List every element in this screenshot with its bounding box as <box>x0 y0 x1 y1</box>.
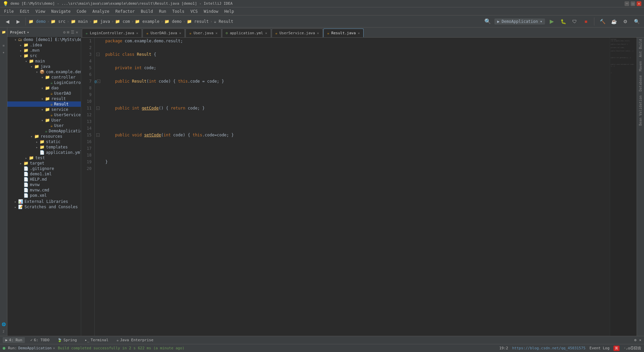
menu-analyze[interactable]: Analyze <box>90 8 112 14</box>
cursor-position[interactable]: 19:2 <box>499 346 508 350</box>
tree-item-mvnw-cmd[interactable]: ▸ 📄 mvnw.cmd <box>7 187 81 193</box>
breadcrumb-demo[interactable]: 📁 demo <box>29 19 46 24</box>
close-button[interactable]: ✕ <box>637 1 641 6</box>
tree-item-java[interactable]: ▾ 📁 java <box>7 64 81 69</box>
tree-item-templates[interactable]: ▸ 📁 templates <box>7 144 81 150</box>
settings-bottom-icon[interactable]: ⚙ <box>634 338 637 342</box>
tree-item-scratches[interactable]: ▸ 📝 Scratches and Consoles <box>7 204 81 210</box>
breadcrumb-java[interactable]: 📁 java <box>93 19 110 24</box>
tree-item-resources[interactable]: ▾ 📁 resources <box>7 134 81 139</box>
tab-userdao-close[interactable]: ✕ <box>179 31 181 35</box>
run-config-selector[interactable]: ▶ DemoApplication ▾ <box>494 18 545 25</box>
tree-item-result-folder[interactable]: ▾ 📁 result <box>7 96 81 101</box>
run-tab[interactable]: ▶ 4: Run <box>3 337 25 343</box>
tab-application-yml[interactable]: ⚙ application.yml ✕ <box>222 29 271 37</box>
settings-panel-icon[interactable]: ⚙ <box>63 30 65 35</box>
tab-result[interactable]: ☕ Result.java ✕ <box>323 29 364 37</box>
tree-item-idea[interactable]: ▸ 📁 .idea <box>7 42 81 48</box>
tab-userdao[interactable]: ☕ UserDAO.java ✕ <box>143 29 185 37</box>
tab-user-close[interactable]: ✕ <box>215 31 217 35</box>
tree-item-main[interactable]: ▾ 📁 main <box>7 58 81 64</box>
tree-item-help-md[interactable]: ▸ 📄 HELP.md <box>7 177 81 182</box>
menu-navigate[interactable]: Navigate <box>49 8 73 14</box>
search-everywhere-button[interactable]: 🔍 <box>483 17 492 26</box>
tree-item-src[interactable]: ▾ 📁 src <box>7 53 81 58</box>
close-bottom-icon[interactable]: ✕ <box>639 338 641 342</box>
menu-window[interactable]: Window <box>201 8 221 14</box>
tree-item-gitignore[interactable]: ▸ 📄 .gitignore <box>7 166 81 171</box>
menu-run[interactable]: Run <box>156 8 169 14</box>
tab-user[interactable]: ☕ User.java ✕ <box>185 29 221 37</box>
spring-tab[interactable]: 🍃 Spring <box>55 337 79 343</box>
tree-item-test[interactable]: ▸ 📁 test <box>7 155 81 161</box>
tree-item-static[interactable]: ▸ 📁 static <box>7 139 81 144</box>
maven-panel-icon[interactable]: Maven <box>639 61 642 71</box>
menu-code[interactable]: Code <box>74 8 89 14</box>
menu-vcs[interactable]: VCS <box>188 8 201 14</box>
breadcrumb-example[interactable]: 📁 example <box>135 19 159 24</box>
ant-build-panel-icon[interactable]: Ant Build <box>639 39 642 57</box>
breadcrumb-result-file[interactable]: ☕ Result <box>214 19 233 24</box>
tree-item-userdao[interactable]: ▸ ☕ UserDAO <box>7 91 81 96</box>
tree-item-demo-application[interactable]: ▸ ☕ DemoApplication <box>7 128 81 134</box>
menu-view[interactable]: View <box>33 8 48 14</box>
config-icon[interactable]: ☰ <box>71 30 74 35</box>
run-button[interactable]: ▶ <box>547 17 556 26</box>
breadcrumb-com[interactable]: 📁 com <box>115 19 130 24</box>
search-button[interactable]: 🔍 <box>632 17 641 26</box>
menu-tools[interactable]: Tools <box>170 8 187 14</box>
debug-button[interactable]: 🐛 <box>558 17 568 26</box>
tree-item-user-folder[interactable]: ▾ 📁 User <box>7 118 81 123</box>
tree-item-com-example[interactable]: ▾ 📦 com.example.demo <box>7 69 81 75</box>
tree-item-user-java[interactable]: ▸ ☕ User <box>7 123 81 128</box>
menu-refactor[interactable]: Refactor <box>113 8 138 14</box>
tab-userservice-close[interactable]: ✕ <box>317 31 319 35</box>
tree-item-external-libraries[interactable]: ▸ 📊 External Libraries <box>7 199 81 204</box>
tree-item-userservice[interactable]: ▸ ☕ UserService <box>7 112 81 118</box>
build-button[interactable]: 🔨 <box>598 17 607 26</box>
minimize-button[interactable]: ─ <box>625 1 629 6</box>
fold-line3[interactable]: - <box>95 51 101 58</box>
tree-item-mvnw[interactable]: ▸ 📄 mvnw <box>7 182 81 187</box>
structure-icon[interactable]: ≡ <box>1 42 7 48</box>
tree-item-login-controller[interactable]: ▸ ☕ LoginController <box>7 80 81 85</box>
breadcrumb-result-folder[interactable]: 📁 result <box>187 19 209 24</box>
breadcrumb-src[interactable]: 📁 src <box>51 19 65 24</box>
tree-item-target[interactable]: ▸ 📁 target <box>7 161 81 166</box>
database-panel-icon[interactable]: Database <box>639 75 642 91</box>
favorites-icon[interactable]: ★ <box>1 49 7 55</box>
breadcrumb-main[interactable]: 📁 main <box>71 19 88 24</box>
title-bar-controls[interactable]: ─ □ ✕ <box>625 1 641 6</box>
tab-userservice[interactable]: ☕ UserService.java ✕ <box>272 29 323 37</box>
tree-item-demo-iml[interactable]: ▸ 📄 demo1.iml <box>7 171 81 177</box>
code-content[interactable]: package com.example.demo.result; public … <box>101 38 610 336</box>
web-icon[interactable]: 🌐 <box>1 321 7 327</box>
tab-login-controller-close[interactable]: ✕ <box>136 31 138 35</box>
event-log-button[interactable]: Event Log <box>590 346 610 350</box>
tree-item-demo-root[interactable]: ▾ 🗂 demo [demo1] E:\MySts\demo <box>7 37 81 42</box>
tree-item-controller[interactable]: ▾ 📁 controller <box>7 75 81 80</box>
settings-button[interactable]: ⚙ <box>621 17 630 26</box>
java-enterprise-tab[interactable]: ☕ Java Enterprise <box>114 337 156 343</box>
back-button[interactable]: ◀ <box>3 17 12 26</box>
tab-yaml-close[interactable]: ✕ <box>265 31 267 35</box>
tree-item-result[interactable]: ▸ ☕ Result <box>7 101 81 107</box>
menu-build[interactable]: Build <box>138 8 156 14</box>
menu-file[interactable]: File <box>1 8 16 14</box>
tree-item-service[interactable]: ▾ 📁 service <box>7 107 81 112</box>
coverage-button[interactable]: 🛡 <box>570 17 579 26</box>
project-dropdown-icon[interactable]: ▾ <box>27 30 29 35</box>
fold-line15[interactable]: - <box>95 132 101 138</box>
bean-validation-panel-icon[interactable]: Bean Validation <box>639 95 642 126</box>
restore-button[interactable]: □ <box>631 1 635 6</box>
menu-help[interactable]: Help <box>222 8 237 14</box>
layout-icon[interactable]: ⊞ <box>67 30 69 35</box>
fold-line11[interactable]: - <box>95 105 101 112</box>
tree-item-pom-xml[interactable]: ▸ 📄 pom.xml <box>7 193 81 198</box>
stop-button[interactable]: ■ <box>581 17 591 26</box>
sdk-button[interactable]: ☕ <box>609 17 619 26</box>
tree-item-dao[interactable]: ▾ 📁 dao <box>7 85 81 91</box>
run-close-icon[interactable]: ✕ <box>53 346 55 350</box>
tree-item-mvn[interactable]: ▸ 📁 .mvn <box>7 48 81 53</box>
menu-edit[interactable]: Edit <box>17 8 32 14</box>
